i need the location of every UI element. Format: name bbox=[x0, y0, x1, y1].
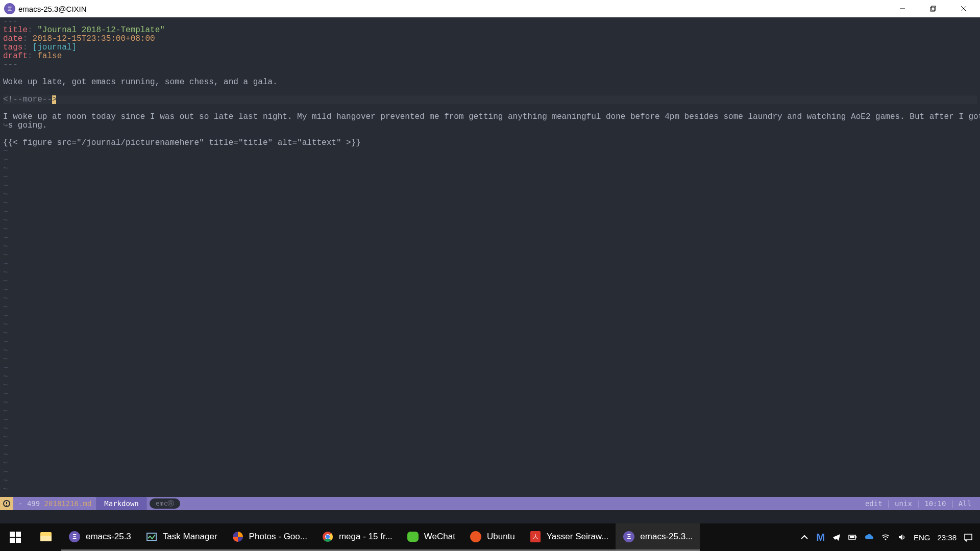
pdf-icon: 人 bbox=[529, 531, 542, 543]
taskbar-item-ubuntu[interactable]: Ubuntu bbox=[462, 523, 522, 551]
svg-rect-8 bbox=[10, 532, 15, 537]
line-and-file: - 499 20181216.md bbox=[13, 499, 96, 508]
system-tray[interactable]: M ENG 23:38 bbox=[793, 523, 980, 551]
editor-buffer[interactable]: --- title: "Journal 2018-12-Template" da… bbox=[0, 17, 980, 497]
chevron-up-icon[interactable] bbox=[800, 533, 809, 542]
major-mode[interactable]: Markdown bbox=[96, 497, 146, 510]
encoding: unix bbox=[895, 499, 912, 508]
taskbar-item-label: Task Manager bbox=[163, 532, 217, 542]
edit-state: edit bbox=[865, 499, 883, 508]
notification-icon[interactable] bbox=[964, 533, 973, 542]
taskbar-item-label: Yasser Seiraw... bbox=[547, 532, 609, 542]
scroll-percent: All bbox=[959, 499, 971, 508]
taskbar-item-label: mega - 15 fr... bbox=[339, 532, 393, 542]
m-tray-icon[interactable]: M bbox=[816, 532, 825, 543]
svg-rect-2 bbox=[932, 6, 936, 10]
firefox-icon bbox=[232, 531, 244, 543]
minimize-button[interactable] bbox=[887, 0, 918, 17]
language-indicator[interactable]: ENG bbox=[914, 533, 930, 542]
cloud-icon[interactable] bbox=[865, 533, 874, 542]
taskbar-item-label: WeChat bbox=[424, 532, 455, 542]
svg-rect-11 bbox=[16, 538, 21, 543]
taskbar-item-label: emacs-25.3 bbox=[86, 532, 131, 542]
svg-rect-20 bbox=[855, 536, 856, 538]
minor-mode[interactable]: emcⓇ bbox=[150, 498, 180, 509]
battery-icon[interactable] bbox=[848, 533, 857, 542]
maximize-button[interactable] bbox=[918, 0, 948, 17]
svg-rect-21 bbox=[850, 536, 854, 538]
taskbar-item-pdf[interactable]: 人 Yasser Seiraw... bbox=[522, 523, 616, 551]
window-title: emacs-25.3@CIXIN bbox=[18, 5, 87, 13]
taskbar-item-emacs[interactable]: Ξ emacs-25.3 bbox=[61, 523, 138, 551]
text-cursor: > bbox=[52, 95, 56, 104]
window-titlebar: Ξ emacs-25.3@CIXIN bbox=[0, 0, 980, 17]
wrap-indicator-icon: ↪ bbox=[3, 121, 8, 130]
close-button[interactable] bbox=[948, 0, 979, 17]
cursor-position: 10:10 bbox=[924, 499, 946, 508]
start-button[interactable] bbox=[0, 523, 31, 551]
emacs-icon: Ξ bbox=[68, 531, 81, 543]
minibuffer[interactable] bbox=[0, 510, 980, 523]
modified-indicator bbox=[0, 497, 13, 510]
svg-rect-23 bbox=[965, 534, 972, 540]
emacs-icon: Ξ bbox=[623, 531, 635, 543]
ubuntu-icon bbox=[470, 531, 482, 543]
svg-rect-10 bbox=[10, 538, 15, 543]
taskbar-item-taskmanager[interactable]: Task Manager bbox=[138, 523, 225, 551]
wechat-icon bbox=[407, 531, 419, 543]
taskmanager-icon bbox=[145, 531, 158, 543]
taskbar-item-explorer[interactable] bbox=[31, 523, 61, 551]
taskbar-item-wechat[interactable]: WeChat bbox=[400, 523, 462, 551]
svg-point-7 bbox=[6, 505, 7, 506]
taskbar-item-chrome[interactable]: mega - 15 fr... bbox=[314, 523, 400, 551]
clock[interactable]: 23:38 bbox=[937, 533, 957, 542]
svg-point-22 bbox=[885, 539, 886, 540]
volume-icon[interactable] bbox=[897, 533, 906, 542]
modeline[interactable]: - 499 20181216.md Markdown emcⓇ edit | u… bbox=[0, 497, 980, 510]
taskbar-item-label: Ubuntu bbox=[487, 532, 515, 542]
chrome-icon bbox=[322, 531, 334, 543]
svg-rect-1 bbox=[930, 7, 935, 11]
taskbar-item-firefox[interactable]: Photos - Goo... bbox=[225, 523, 314, 551]
taskbar-item-label: emacs-25.3... bbox=[640, 532, 693, 542]
windows-taskbar: Ξ emacs-25.3 Task Manager Photos - Goo..… bbox=[0, 523, 980, 551]
svg-point-18 bbox=[326, 535, 330, 539]
taskbar-item-label: Photos - Goo... bbox=[249, 532, 307, 542]
svg-rect-9 bbox=[16, 532, 21, 537]
wifi-icon[interactable] bbox=[881, 533, 890, 542]
telegram-icon[interactable] bbox=[832, 533, 841, 542]
folder-icon bbox=[40, 531, 52, 543]
taskbar-item-emacs-active[interactable]: Ξ emacs-25.3... bbox=[616, 523, 700, 551]
app-icon: Ξ bbox=[4, 3, 15, 14]
svg-rect-12 bbox=[147, 533, 156, 540]
